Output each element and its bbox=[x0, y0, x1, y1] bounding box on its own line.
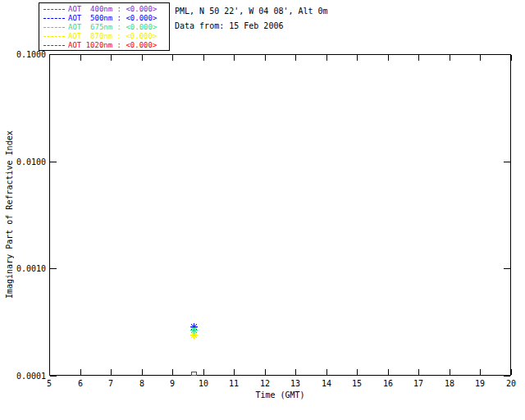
x-tick bbox=[142, 369, 143, 375]
legend-entry-label: AOT 400nm : <0.000> bbox=[68, 5, 157, 14]
x-tick bbox=[203, 55, 204, 61]
x-tick bbox=[295, 369, 296, 375]
x-tick bbox=[480, 369, 481, 375]
x-tick bbox=[49, 369, 50, 375]
x-tick bbox=[49, 55, 50, 61]
x-tick-label: 10 bbox=[194, 379, 213, 388]
plot-window: AOT 400nm : <0.000>AOT 500nm : <0.000>AO… bbox=[0, 0, 525, 420]
x-tick-label: 11 bbox=[224, 379, 244, 388]
plot-area bbox=[49, 54, 511, 376]
y-tick bbox=[504, 162, 510, 162]
y-tick bbox=[50, 54, 57, 55]
x-tick bbox=[234, 55, 235, 61]
y-tick bbox=[504, 376, 510, 377]
data-point-marker bbox=[190, 322, 198, 329]
x-tick bbox=[418, 369, 419, 375]
x-tick bbox=[234, 369, 235, 375]
x-tick bbox=[265, 369, 266, 375]
x-tick-label: 17 bbox=[409, 379, 428, 388]
data-point-marker bbox=[191, 372, 197, 376]
legend-dash-line bbox=[43, 27, 65, 28]
y-tick-label: 0.1000 bbox=[2, 50, 46, 59]
x-tick bbox=[326, 55, 327, 61]
x-tick bbox=[172, 369, 173, 375]
legend-entry-label: AOT 1020nm : <0.000> bbox=[68, 41, 157, 50]
x-tick-label: 12 bbox=[255, 379, 275, 388]
x-tick-label: 6 bbox=[71, 379, 90, 388]
y-tick-label: 0.0010 bbox=[2, 264, 46, 273]
legend-dash-line bbox=[43, 9, 65, 10]
x-tick bbox=[450, 369, 450, 375]
x-tick-label: 13 bbox=[285, 379, 305, 388]
legend-row: AOT 1020nm : <0.000> bbox=[43, 41, 169, 50]
x-tick bbox=[295, 55, 296, 61]
x-tick bbox=[388, 55, 389, 61]
legend-dash-line bbox=[43, 45, 65, 46]
legend-row: AOT 500nm : <0.000> bbox=[43, 14, 169, 23]
x-tick-label: 16 bbox=[378, 379, 398, 388]
x-tick bbox=[326, 369, 327, 375]
x-tick bbox=[357, 369, 358, 375]
legend-row: AOT 400nm : <0.000> bbox=[43, 5, 169, 14]
y-tick-label: 0.0100 bbox=[2, 158, 46, 167]
x-tick-label: 7 bbox=[101, 379, 121, 388]
y-tick bbox=[50, 162, 57, 162]
x-tick bbox=[111, 55, 112, 61]
x-tick bbox=[203, 369, 204, 375]
legend-dash-line bbox=[43, 36, 65, 37]
x-tick-label: 15 bbox=[347, 379, 367, 388]
x-axis-title: Time (GMT) bbox=[49, 390, 511, 399]
x-tick bbox=[142, 55, 143, 61]
x-tick bbox=[418, 55, 419, 61]
y-tick bbox=[50, 376, 57, 377]
x-tick bbox=[265, 55, 266, 61]
x-tick-label: 8 bbox=[132, 379, 152, 388]
x-tick bbox=[357, 55, 358, 61]
legend-row: AOT 675nm : <0.000> bbox=[43, 23, 169, 32]
legend-dash-line bbox=[43, 18, 65, 19]
y-tick bbox=[504, 54, 510, 55]
x-tick bbox=[511, 55, 512, 61]
x-tick-label: 19 bbox=[470, 379, 490, 388]
x-tick bbox=[80, 369, 81, 375]
x-tick bbox=[111, 369, 112, 375]
legend-entry-label: AOT 500nm : <0.000> bbox=[68, 14, 157, 23]
x-tick-label: 20 bbox=[501, 379, 521, 388]
legend-entry-label: AOT 675nm : <0.000> bbox=[68, 23, 157, 32]
x-tick bbox=[80, 55, 81, 61]
legend-row: AOT 870nm : <0.000> bbox=[43, 32, 169, 41]
x-tick bbox=[511, 369, 512, 375]
x-tick-label: 18 bbox=[440, 379, 459, 388]
station-info: PML, N 50 22', W 04 08', Alt 0m bbox=[175, 4, 328, 19]
plot-header: PML, N 50 22', W 04 08', Alt 0m Data fro… bbox=[175, 4, 328, 34]
x-tick-label: 9 bbox=[162, 379, 182, 388]
legend-box: AOT 400nm : <0.000>AOT 500nm : <0.000>AO… bbox=[39, 2, 170, 51]
y-tick bbox=[504, 268, 510, 269]
x-tick bbox=[450, 55, 450, 61]
date-info: Data from: 15 Feb 2006 bbox=[175, 19, 328, 34]
x-tick-label: 14 bbox=[317, 379, 336, 388]
y-tick-label: 0.0001 bbox=[2, 372, 46, 381]
y-tick bbox=[50, 268, 57, 269]
x-tick bbox=[172, 55, 173, 61]
x-tick bbox=[388, 369, 389, 375]
legend-entry-label: AOT 870nm : <0.000> bbox=[68, 32, 157, 41]
y-axis-title: Imaginary Part of Refractive Index bbox=[3, 54, 15, 376]
x-tick bbox=[480, 55, 481, 61]
